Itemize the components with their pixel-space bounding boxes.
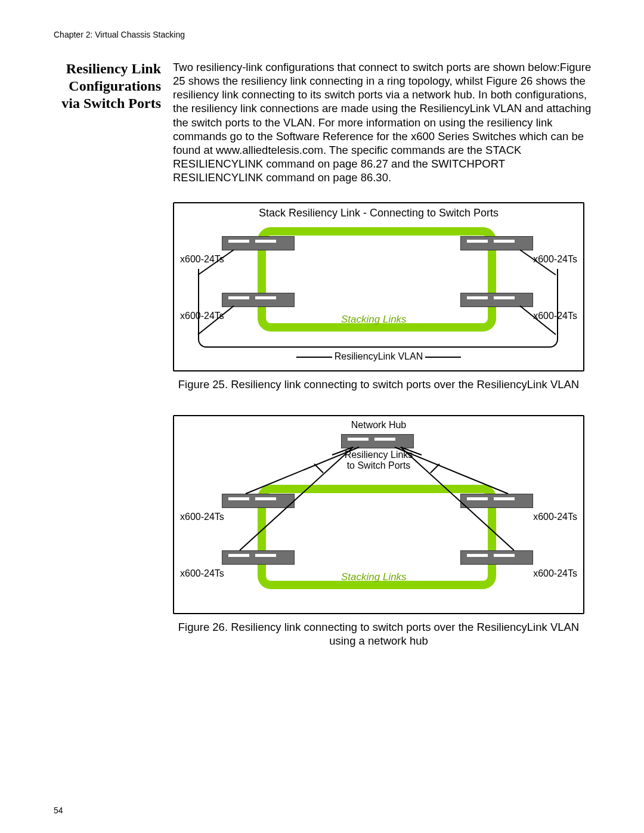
svg-line-6 <box>240 447 353 550</box>
svg-line-5 <box>395 447 508 494</box>
svg-line-1 <box>520 250 556 275</box>
figure-26-caption: Figure 26. Resiliency link connecting to… <box>173 620 584 648</box>
vlan-label: ResiliencyLink VLAN <box>174 351 583 362</box>
figure-25-lines <box>174 203 583 370</box>
figure-25-box: Stack Resiliency Link - Connecting to Sw… <box>173 202 584 371</box>
svg-line-7 <box>401 447 514 550</box>
svg-line-0 <box>198 250 234 275</box>
svg-line-3 <box>520 306 556 335</box>
figure-26-container: Network Hub Resiliency Links to Switch P… <box>173 415 584 648</box>
svg-line-2 <box>198 306 234 335</box>
section-heading: Resiliency Link Configurations via Switc… <box>54 60 161 184</box>
vlan-label-text: ResiliencyLink VLAN <box>335 351 423 361</box>
figure-25-container: Stack Resiliency Link - Connecting to Sw… <box>173 202 584 391</box>
section-row: Resiliency Link Configurations via Switc… <box>54 60 596 184</box>
figure-26-lines <box>174 416 583 613</box>
body-paragraph: Two resiliency-link configurations that … <box>173 60 596 184</box>
svg-line-10 <box>314 464 323 473</box>
figure-25-caption: Figure 25. Resiliency link connecting to… <box>173 377 584 391</box>
document-page: Chapter 2: Virtual Chassis Stacking Resi… <box>0 0 644 833</box>
page-number: 54 <box>54 806 63 815</box>
chapter-header: Chapter 2: Virtual Chassis Stacking <box>54 30 596 39</box>
figure-26-box: Network Hub Resiliency Links to Switch P… <box>173 415 584 614</box>
svg-line-11 <box>431 464 439 473</box>
svg-line-4 <box>246 447 359 494</box>
